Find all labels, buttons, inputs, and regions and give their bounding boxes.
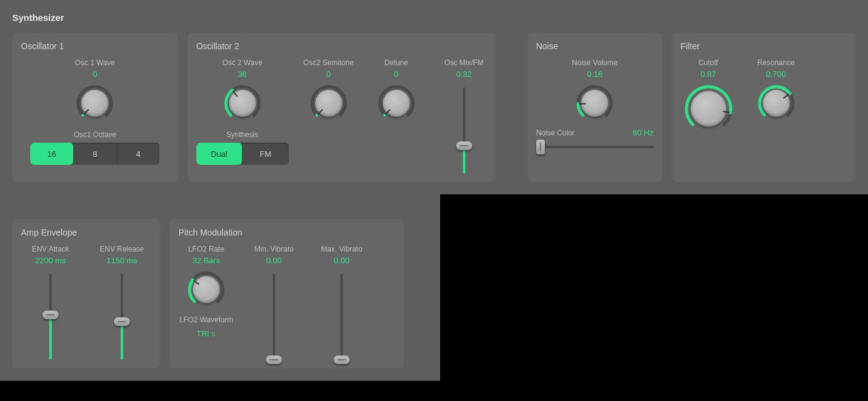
svg-line-8	[318, 110, 322, 114]
filter-resonance-value: 0.700	[766, 69, 786, 79]
section-title: Noise	[536, 41, 654, 51]
segment-8[interactable]: 8	[74, 143, 117, 165]
amp-release-value: 1150 ms	[106, 256, 137, 265]
section-title: Amp Envelope	[21, 228, 151, 237]
lfo2-rate-knob[interactable]	[188, 271, 225, 308]
svg-line-20	[784, 94, 789, 98]
pitch-modulation-section: Pitch Modulation LFO2 Rate 32 Bars LFO2 …	[170, 219, 404, 368]
osc1-octave-label: Osc1 Octave	[21, 130, 169, 139]
lfo2-rate-label: LFO2 Rate	[188, 245, 225, 253]
osc1-wave-value: 0	[93, 69, 97, 79]
max-vibrato-label: Max. Vibrato	[321, 245, 362, 253]
oscillator-1-section: Oscillator 1 Osc 1 Wave 0 Osc1 Octave 16…	[12, 33, 178, 182]
osc2-wave-value: 36	[238, 69, 246, 79]
osc1-wave-control: Osc 1 Wave 0	[21, 58, 169, 122]
osc2-semitone-label: Osc2 Semitone	[303, 58, 354, 67]
synthesizer-panel: Synthesizer Oscillator 1 Osc 1 Wave 0 Os…	[0, 0, 868, 194]
amp-attack-slider[interactable]	[43, 274, 58, 360]
oscillator-2-section: Oscillator 2 Osc 2 Wave 36 Synthesis Dua…	[188, 33, 496, 182]
lfo2-waveform-value: TRI	[196, 329, 209, 338]
bottom-row-wrap: Amp Envelope ENV Attack 2200 ms ENV Rele…	[0, 194, 440, 381]
noise-volume-knob[interactable]	[576, 85, 613, 122]
osc2-synthesis-label: Synthesis	[227, 130, 259, 139]
lfo2-rate-control: LFO2 Rate 32 Bars	[179, 245, 234, 308]
osc2-mix-value: 0.32	[456, 69, 472, 79]
segment-16[interactable]: 16	[30, 143, 73, 165]
filter-cutoff-label: Cutoff	[699, 58, 718, 67]
osc2-detune-knob[interactable]	[378, 85, 415, 122]
section-title: Filter	[681, 41, 847, 51]
svg-line-5	[233, 91, 236, 96]
svg-line-2	[84, 110, 89, 114]
amp-attack-value: 2200 ms	[35, 256, 66, 265]
amp-release-slider[interactable]	[115, 274, 129, 360]
noise-color-value: 80 Hz	[633, 128, 654, 137]
svg-line-17	[723, 111, 729, 113]
filter-cutoff-control: Cutoff 0.87	[681, 58, 736, 133]
filter-section: Filter Cutoff 0.87 Resonance 0.700	[672, 33, 856, 182]
section-title: Oscillator 1	[21, 41, 169, 51]
osc2-semitone-knob[interactable]	[310, 85, 347, 122]
panel-title: Synthesizer	[12, 12, 856, 23]
noise-section: Noise Noise Volume 0.16 Noise Color 80 H…	[528, 33, 662, 182]
osc2-semitone-control: Osc2 Semitone 0	[301, 58, 356, 122]
osc1-wave-label: Osc 1 Wave	[75, 58, 115, 67]
amp-envelope-section: Amp Envelope ENV Attack 2200 ms ENV Rele…	[12, 219, 160, 368]
max-vibrato-control: Max. Vibrato 0.00	[314, 245, 369, 360]
noise-volume-label: Noise Volume	[572, 58, 617, 67]
filter-cutoff-knob[interactable]	[685, 85, 733, 133]
amp-attack-label: ENV Attack	[32, 245, 70, 253]
section-title: Oscillator 2	[196, 41, 487, 51]
osc2-semitone-value: 0	[326, 69, 331, 79]
osc2-mix-control: Osc Mix/FM 0.32	[436, 58, 492, 173]
noise-color-label: Noise Color	[536, 129, 575, 137]
max-vibrato-value: 0.00	[334, 256, 349, 265]
osc2-wave-label: Osc 2 Wave	[222, 58, 262, 67]
dropdown-arrows-icon: ⇅	[211, 332, 216, 338]
osc2-detune-control: Detune 0	[369, 58, 424, 122]
filter-cutoff-value: 0.87	[701, 69, 716, 79]
filter-resonance-label: Resonance	[757, 58, 795, 67]
min-vibrato-label: Min. Vibrato	[254, 245, 294, 253]
min-vibrato-value: 0.00	[266, 256, 281, 265]
osc2-detune-label: Detune	[384, 58, 408, 67]
osc2-mix-slider[interactable]	[457, 87, 472, 173]
max-vibrato-slider[interactable]	[334, 274, 349, 360]
osc2-synthesis-segmented: DualFM	[196, 143, 289, 165]
svg-line-11	[385, 110, 390, 114]
osc2-wave-knob[interactable]	[224, 85, 261, 122]
min-vibrato-slider[interactable]	[267, 274, 281, 360]
amp-release-control: ENV Release 1150 ms	[94, 245, 150, 360]
osc2-detune-value: 0	[394, 69, 398, 79]
osc1-wave-knob[interactable]	[76, 85, 113, 122]
lfo2-waveform-dropdown[interactable]: TRI⇅	[196, 329, 216, 338]
min-vibrato-control: Min. Vibrato 0.00	[246, 245, 302, 360]
osc1-octave-segmented: 1684	[30, 143, 159, 165]
segment-4[interactable]: 4	[117, 143, 159, 165]
lfo2-rate-value: 32 Bars	[193, 256, 220, 265]
svg-line-23	[194, 280, 199, 284]
top-row: Oscillator 1 Osc 1 Wave 0 Osc1 Octave 16…	[12, 33, 856, 182]
osc2-wave-control: Osc 2 Wave 36	[215, 58, 270, 122]
osc2-mix-label: Osc Mix/FM	[444, 58, 484, 67]
filter-resonance-knob[interactable]	[758, 85, 795, 122]
amp-attack-control: ENV Attack 2200 ms	[23, 245, 78, 360]
noise-color-slider[interactable]	[536, 141, 654, 153]
section-title: Pitch Modulation	[179, 228, 395, 237]
lfo2-waveform-label: LFO2 Waveform	[179, 316, 233, 324]
segment-FM[interactable]: FM	[243, 143, 289, 165]
filter-resonance-control: Resonance 0.700	[749, 58, 804, 122]
noise-volume-value: 0.16	[587, 69, 602, 79]
noise-volume-control: Noise Volume 0.16	[536, 58, 654, 122]
amp-release-label: ENV Release	[100, 245, 144, 253]
segment-Dual[interactable]: Dual	[196, 143, 243, 165]
